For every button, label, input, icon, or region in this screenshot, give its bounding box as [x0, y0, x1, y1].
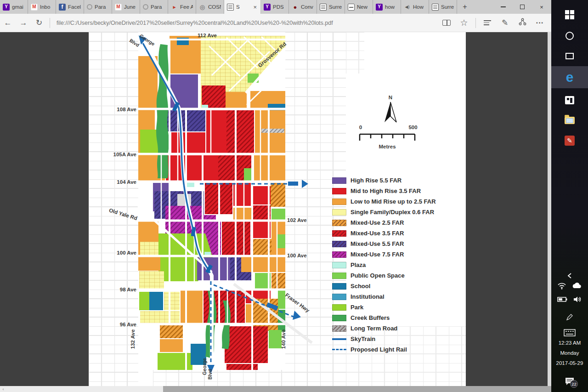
reading-view-icon[interactable] [442, 20, 451, 26]
tab-title: New [357, 4, 370, 10]
tab-favicon-icon: M [31, 4, 38, 11]
tab-favicon-icon: ● [292, 4, 299, 11]
favorites-star-icon[interactable]: ☆ [455, 17, 473, 28]
address-bar: ← → ↻ file:///C:/Users/becky/OneDrive/20… [0, 14, 551, 32]
map-legend: High Rise 5.5 FAR Mid to High Rise 3.5 F… [332, 175, 436, 355]
web-note-icon[interactable]: ✎ [496, 18, 514, 28]
tab-title: PDS [273, 4, 286, 10]
tab-favicon-icon [87, 4, 92, 10]
tab-title: COSN [208, 4, 221, 10]
street-label: 140 Ave [281, 330, 286, 349]
legend-item: Mixed-Use 2.5 FAR [332, 217, 436, 228]
street-label: 105A Ave [113, 152, 136, 157]
restore-button[interactable] [513, 0, 532, 14]
legend-label: School [351, 283, 370, 290]
legend-label: Mixed-Use 5.5 FAR [351, 240, 404, 247]
volume-icon[interactable] [573, 296, 582, 303]
wifi-icon[interactable] [557, 282, 566, 290]
horizontal-scrollbar[interactable]: ‹ [0, 386, 551, 392]
scrollbar-thumb[interactable] [163, 386, 551, 392]
share-icon[interactable] [514, 18, 531, 28]
store-button[interactable] [551, 90, 588, 110]
new-tab-button[interactable]: + [457, 0, 473, 14]
legend-item: High Rise 5.5 FAR [332, 175, 436, 186]
pen-app-icon: ✎ [565, 136, 575, 146]
street-label: 108 Ave [117, 107, 136, 112]
legend-swatch [332, 262, 346, 268]
vertical-scrollbar[interactable] [548, 32, 551, 386]
browser-tab[interactable]: M Inbo × [28, 0, 56, 14]
browser-tab[interactable]: ◀) How × [401, 0, 429, 14]
browser-tab[interactable]: ● Conv × [289, 0, 317, 14]
pdf-app-button[interactable]: ✎ [551, 131, 588, 151]
onedrive-cloud-icon[interactable] [572, 283, 582, 289]
file-explorer-button[interactable] [551, 110, 588, 131]
screen: Y gmai × M Inbo × f Facel × Para × M Jun… [0, 0, 588, 392]
edge-icon: e [566, 70, 574, 84]
tab-title: Fee A [180, 4, 193, 10]
legend-swatch [332, 251, 346, 258]
browser-tab[interactable]: f Facel × [56, 0, 84, 14]
browser-tab[interactable]: Y how × [373, 0, 401, 14]
legend-swatch [332, 283, 346, 290]
cortana-button[interactable] [551, 26, 588, 46]
browser-tab[interactable]: Y PDS × [261, 0, 289, 14]
legend-label: Public Open Space [351, 272, 405, 279]
back-icon[interactable]: ← [0, 18, 16, 28]
more-icon[interactable]: ··· [531, 18, 548, 28]
browser-tab[interactable]: Para × [140, 0, 168, 14]
divider [50, 18, 50, 28]
street-label: 100 Ave [117, 250, 136, 256]
legend-item: Plaza [332, 260, 436, 270]
street-label: 100 Ave [287, 253, 307, 258]
url-field[interactable]: file:///C:/Users/becky/OneDrive/2017%20s… [53, 20, 438, 26]
browser-tab[interactable]: M June × [112, 0, 140, 14]
action-center-button[interactable]: 22 [551, 371, 588, 392]
tab-title: June [124, 4, 137, 10]
browser-tab[interactable]: ▸ Fee A × [168, 0, 196, 14]
start-button[interactable] [551, 5, 588, 25]
tab-bar: Y gmai × M Inbo × f Facel × Para × M Jun… [0, 0, 551, 14]
scroll-left-icon[interactable]: ‹ [0, 387, 6, 392]
tab-title: Facel [68, 4, 81, 10]
close-button[interactable]: × [532, 0, 551, 14]
clock-time: 12:23 AM [551, 338, 588, 348]
tab-title: How [413, 4, 426, 10]
taskbar-clock[interactable]: 12:23 AM Monday 2017-05-29 [551, 338, 588, 369]
street-label: George [202, 358, 207, 375]
forward-icon[interactable]: → [16, 18, 31, 28]
tabs: Y gmai × M Inbo × f Facel × Para × M Jun… [0, 0, 457, 14]
legend-item: Mid to High Rise 3.5 FAR [332, 186, 436, 196]
tab-title: how [385, 4, 398, 10]
tab-favicon-icon [348, 4, 355, 11]
street-label: 96 Ave [120, 322, 136, 327]
task-view-button[interactable] [551, 46, 588, 66]
browser-tab[interactable]: New × [345, 0, 373, 14]
cortana-icon [565, 32, 574, 40]
legend-label: Proposed Light Rail [351, 346, 407, 353]
legend-item: Institutional [332, 291, 436, 302]
minimize-button[interactable] [493, 0, 513, 14]
tab-title: S [236, 4, 250, 10]
browser-tab[interactable]: ◎ COSN × [196, 0, 224, 14]
browser-tab[interactable]: S × [224, 0, 261, 14]
browser-tab[interactable]: Surre × [317, 0, 345, 14]
tab-close-icon[interactable]: × [252, 4, 258, 11]
clock-date: 2017-05-29 [551, 358, 588, 369]
browser-window: Y gmai × M Inbo × f Facel × Para × M Jun… [0, 0, 551, 392]
refresh-icon[interactable]: ↻ [31, 18, 47, 28]
hub-icon[interactable] [484, 19, 491, 27]
tray-row-1 [551, 282, 588, 290]
street-label: 112 Ave [198, 33, 217, 38]
tab-title: Surre [329, 4, 342, 10]
browser-tab[interactable]: Y gmai × [0, 0, 28, 14]
legend-label: Long Term Road [351, 325, 397, 332]
edge-taskbar-button[interactable]: e [551, 66, 588, 88]
browser-tab[interactable]: Para × [84, 0, 112, 14]
tab-favicon-icon: ◎ [199, 4, 206, 11]
divider [475, 18, 476, 28]
browser-tab[interactable]: Surre × [429, 0, 457, 14]
legend-item: Long Term Road [332, 323, 436, 334]
legend-swatch [332, 209, 346, 216]
battery-icon[interactable] [557, 296, 567, 302]
